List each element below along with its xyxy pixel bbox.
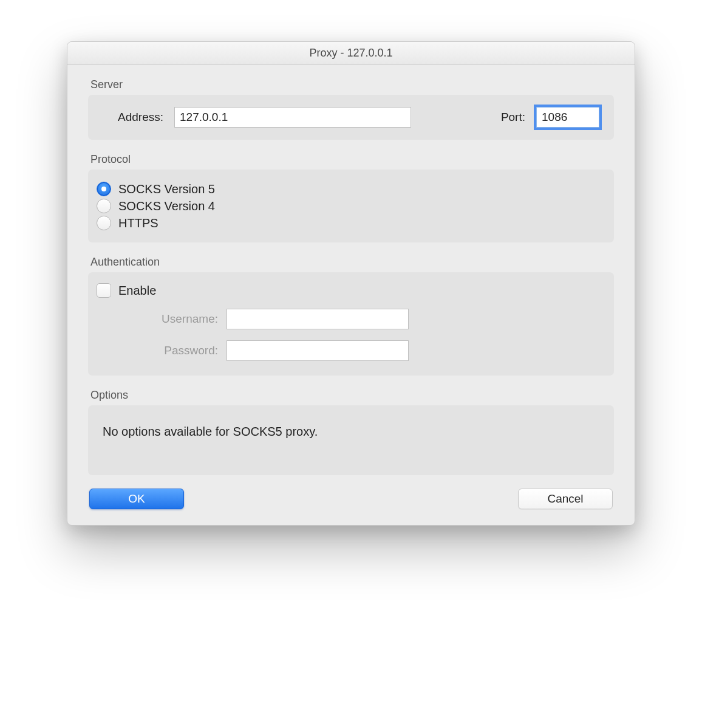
dialog-content: Server Address: Port: Protocol SOCKS Ver…	[67, 65, 635, 525]
protocol-option-socks5[interactable]: SOCKS Version 5	[97, 182, 602, 196]
username-label: Username:	[115, 312, 218, 326]
address-label: Address:	[103, 111, 163, 124]
protocol-option-label: SOCKS Version 5	[118, 182, 215, 196]
port-label: Port:	[490, 111, 525, 124]
ok-button[interactable]: OK	[89, 489, 184, 509]
enable-auth-label: Enable	[118, 284, 156, 298]
radio-icon	[97, 216, 111, 230]
protocol-section-label: Protocol	[90, 153, 614, 166]
options-message: No options available for SOCKS5 proxy.	[103, 425, 599, 439]
server-section-label: Server	[90, 78, 614, 91]
protocol-option-label: HTTPS	[118, 216, 158, 230]
window-title: Proxy - 127.0.0.1	[309, 47, 392, 60]
protocol-group: SOCKS Version 5 SOCKS Version 4 HTTPS	[88, 170, 614, 242]
address-input[interactable]	[174, 107, 411, 128]
authentication-section-label: Authentication	[90, 256, 614, 269]
username-input[interactable]	[227, 309, 409, 329]
authentication-group: Enable Username: Password:	[88, 272, 614, 376]
window-titlebar: Proxy - 127.0.0.1	[67, 42, 635, 65]
radio-icon	[97, 182, 111, 196]
port-input[interactable]	[536, 107, 599, 128]
radio-icon	[97, 199, 111, 213]
password-input[interactable]	[227, 340, 409, 361]
protocol-option-https[interactable]: HTTPS	[97, 216, 602, 230]
proxy-dialog: Proxy - 127.0.0.1 Server Address: Port: …	[67, 41, 635, 526]
server-group: Address: Port:	[88, 95, 614, 140]
dialog-button-row: OK Cancel	[88, 489, 614, 509]
enable-auth-row[interactable]: Enable	[97, 283, 601, 298]
checkbox-icon	[97, 283, 111, 298]
options-group: No options available for SOCKS5 proxy.	[88, 405, 614, 475]
protocol-option-label: SOCKS Version 4	[118, 199, 215, 213]
protocol-option-socks4[interactable]: SOCKS Version 4	[97, 199, 602, 213]
cancel-button[interactable]: Cancel	[518, 489, 613, 509]
password-label: Password:	[115, 344, 218, 357]
options-section-label: Options	[90, 389, 614, 402]
